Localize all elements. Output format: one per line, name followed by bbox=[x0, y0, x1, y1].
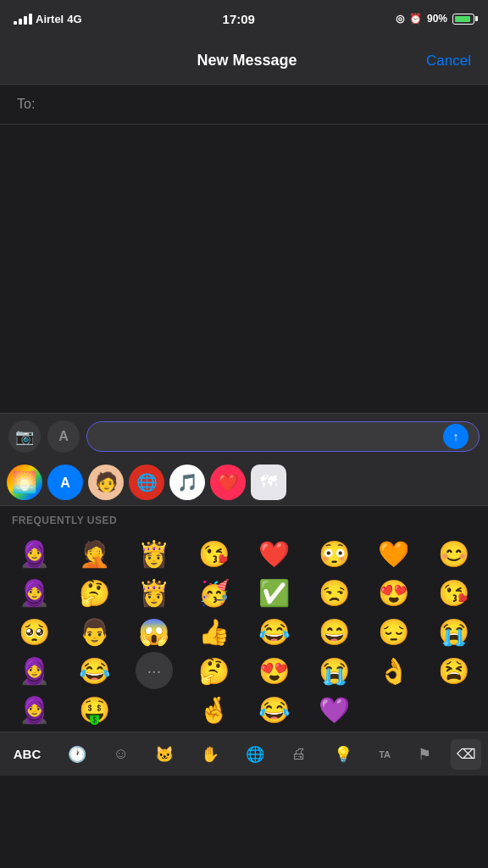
carrier-label: Airtel bbox=[36, 13, 64, 25]
emoji-cell[interactable]: 👌 bbox=[365, 652, 424, 689]
message-input[interactable] bbox=[97, 429, 443, 443]
appstore-button[interactable]: A bbox=[47, 420, 80, 453]
emoji-cell[interactable]: 👸 bbox=[125, 574, 184, 611]
memoji-app-icon[interactable]: 🧑 bbox=[88, 465, 124, 500]
emoji-cell[interactable]: 🤞 bbox=[185, 691, 243, 728]
emoji-cell[interactable]: 😱 bbox=[125, 613, 184, 650]
music-icon: 🎵 bbox=[177, 472, 198, 492]
emoji-cell[interactable]: 😂 bbox=[245, 691, 303, 728]
svg-text:A: A bbox=[60, 476, 70, 490]
hand-button[interactable]: ✋ bbox=[194, 738, 226, 771]
emoji-cell[interactable]: 😘 bbox=[185, 535, 243, 572]
location-icon: ◎ bbox=[396, 13, 404, 25]
emoji-cell[interactable]: ❤️ bbox=[245, 535, 303, 572]
send-icon: ↑ bbox=[453, 430, 459, 443]
cancel-button[interactable]: Cancel bbox=[426, 53, 471, 70]
emoji-cell[interactable]: 😳 bbox=[305, 535, 363, 572]
status-right: ◎ ⏰ 90% bbox=[396, 13, 474, 25]
emoji-cell[interactable]: 🤔 bbox=[185, 652, 243, 689]
globe-button[interactable]: 🌐 bbox=[239, 738, 271, 771]
maps-icon: 🗺 bbox=[260, 472, 277, 492]
keyboard-bottom-bar: ABC 🕐 ☺ 🐱 ✋ 🌐 🖨 💡 TA ⚑ ⌫ bbox=[0, 732, 488, 776]
emoji-cell[interactable]: 🧕 bbox=[5, 691, 64, 728]
printer-button[interactable]: 🖨 bbox=[285, 738, 313, 770]
emoji-cell[interactable]: 😫 bbox=[424, 652, 483, 689]
emoji-cell[interactable] bbox=[424, 691, 483, 728]
battery-fill bbox=[455, 16, 470, 22]
emoji-section-label: Frequently Used bbox=[0, 506, 488, 531]
emoji-keyboard: Frequently Used 🧕 🤦 👸 😘 ❤️ 😳 🧡 😊 🧕 🤔 👸 🥳… bbox=[0, 506, 488, 732]
emoji-cell[interactable]: 😄 bbox=[305, 613, 363, 650]
emoji-cell[interactable]: 😭 bbox=[305, 652, 363, 689]
time-label: 17:09 bbox=[223, 12, 255, 26]
more-emoji-button[interactable]: ··· bbox=[136, 652, 173, 689]
clips-icon: ❤️ bbox=[218, 472, 239, 492]
hand-icon: ✋ bbox=[201, 745, 219, 764]
emoji-cell[interactable]: 😍 bbox=[365, 574, 424, 611]
emoji-cell[interactable] bbox=[125, 691, 184, 728]
emoji-cell[interactable]: 🤑 bbox=[65, 691, 124, 728]
emoji-cell[interactable]: 😭 bbox=[424, 613, 483, 650]
emoji-cell[interactable]: 💜 bbox=[305, 691, 363, 728]
app-icon-small: A bbox=[58, 429, 69, 444]
battery-percent: 90% bbox=[427, 13, 447, 25]
maps-app-icon[interactable]: 🗺 bbox=[251, 465, 286, 500]
app-strip: 🌅 A 🧑 🌐 🎵 ❤️ 🗺 bbox=[0, 459, 488, 506]
photos-icon: 🌅 bbox=[12, 470, 37, 494]
emoji-cell[interactable]: 🤔 bbox=[65, 574, 124, 611]
emoji-cell[interactable]: 😒 bbox=[305, 574, 363, 611]
flag-button[interactable]: ⚑ bbox=[411, 738, 438, 771]
emoji-cell[interactable] bbox=[365, 691, 424, 728]
message-area bbox=[0, 125, 488, 413]
memoji-icon: 🧑 bbox=[95, 471, 118, 493]
appstore-icon: A bbox=[56, 473, 75, 492]
emoji-cell[interactable]: 🧕 bbox=[5, 574, 64, 611]
cat-button[interactable]: 🐱 bbox=[148, 738, 180, 771]
emoji-cell[interactable]: 🧕 bbox=[5, 652, 64, 689]
message-input-wrap: ↑ bbox=[86, 421, 480, 452]
nav-bar: New Message Cancel bbox=[0, 37, 488, 85]
emoji-cell[interactable]: 🧕 bbox=[5, 535, 64, 572]
bulb-icon: 💡 bbox=[334, 745, 352, 764]
to-label: To: bbox=[17, 97, 35, 112]
emoji-cell[interactable]: 😘 bbox=[424, 574, 483, 611]
compose-toolbar: 📷 A ↑ bbox=[0, 413, 488, 459]
nav-title: New Message bbox=[197, 52, 297, 70]
delete-button[interactable]: ⌫ bbox=[451, 739, 481, 770]
symbol-button[interactable]: TA bbox=[372, 743, 397, 766]
emoji-cell[interactable]: ··· bbox=[125, 652, 184, 689]
emoji-cell[interactable]: 🥺 bbox=[5, 613, 64, 650]
emoji-cell[interactable]: 👍 bbox=[185, 613, 243, 650]
clips-app-icon[interactable]: ❤️ bbox=[210, 465, 246, 500]
bulb-button[interactable]: 💡 bbox=[327, 738, 359, 771]
abc-button[interactable]: ABC bbox=[7, 740, 48, 768]
emoji-cell[interactable]: ✅ bbox=[245, 574, 303, 611]
emoji-button[interactable]: ☺ bbox=[106, 738, 135, 770]
emoji-cell[interactable]: 🥳 bbox=[185, 574, 243, 611]
clock-button[interactable]: 🕐 bbox=[61, 738, 93, 771]
emoji-cell[interactable]: 👸 bbox=[125, 535, 184, 572]
emoji-cell[interactable]: 😂 bbox=[65, 652, 124, 689]
bing-icon: 🌐 bbox=[136, 472, 158, 492]
camera-button[interactable]: 📷 bbox=[8, 420, 41, 453]
emoji-cell[interactable]: 🧡 bbox=[365, 535, 424, 572]
status-left: Airtel 4G bbox=[14, 13, 82, 25]
to-input[interactable] bbox=[42, 97, 471, 112]
emoji-cell[interactable]: 😔 bbox=[365, 613, 424, 650]
emoji-cell[interactable]: 👨 bbox=[65, 613, 124, 650]
alarm-icon: ⏰ bbox=[409, 13, 422, 25]
battery-icon bbox=[452, 14, 474, 25]
printer-icon: 🖨 bbox=[291, 745, 307, 763]
status-bar: Airtel 4G 17:09 ◎ ⏰ 90% bbox=[0, 0, 488, 37]
emoji-icon: ☺ bbox=[113, 745, 128, 763]
music-app-icon[interactable]: 🎵 bbox=[169, 465, 205, 500]
emoji-cell[interactable]: 😂 bbox=[245, 613, 303, 650]
emoji-cell[interactable]: 🤦 bbox=[65, 535, 124, 572]
send-button[interactable]: ↑ bbox=[443, 424, 469, 449]
appstore-app-icon[interactable]: A bbox=[47, 465, 83, 500]
emoji-cell[interactable]: 😍 bbox=[245, 652, 303, 689]
bing-app-icon[interactable]: 🌐 bbox=[129, 465, 164, 500]
photos-app-icon[interactable]: 🌅 bbox=[7, 465, 42, 500]
clock-icon: 🕐 bbox=[68, 745, 86, 764]
emoji-cell[interactable]: 😊 bbox=[424, 535, 483, 572]
